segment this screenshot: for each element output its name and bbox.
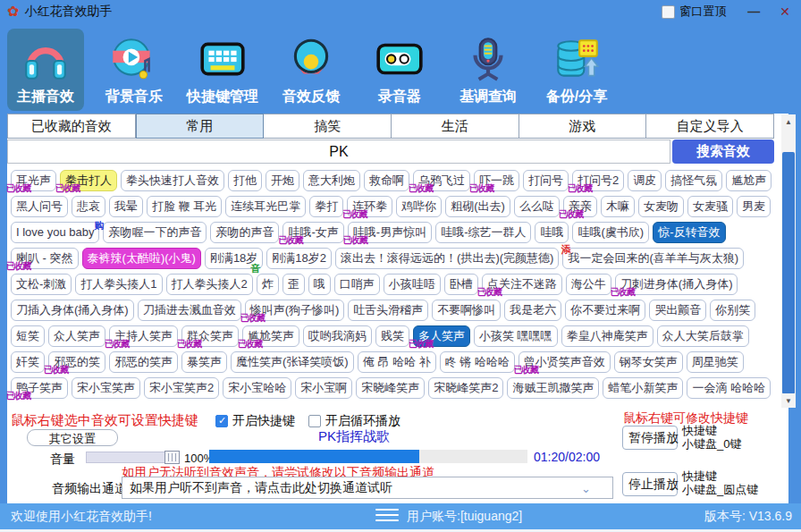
loop-play-toggle[interactable]: 开启循环播放 [308,413,400,429]
scroll-up-arrow-icon[interactable]: ▲ [781,114,796,129]
sound-button[interactable]: 男麦 [737,196,771,217]
tab-favorited[interactable]: 已收藏的音效 [7,114,136,139]
sound-button[interactable]: 我晕 [109,196,143,217]
tab-funny[interactable]: 搞笑 [264,114,392,139]
tab-common[interactable]: 常用 [136,114,265,139]
tab-custom-import[interactable]: 自定义导入 [646,114,774,139]
sound-button[interactable]: 群众笑声已收藏 [181,325,239,347]
sound-button[interactable]: 邪恶的笑声 [109,351,178,373]
sound-button[interactable]: 哇哦-男声惊叫已收藏 [348,222,432,243]
volume-slider-thumb[interactable] [164,451,180,464]
sound-button[interactable]: 泰裤辣(太酷啦)(小鬼) [82,248,201,269]
sound-button[interactable]: 暴笑声 [181,351,227,373]
sound-button[interactable]: 滚出去！滚得远远的！(拱出去)(完颜慧德) [335,248,559,269]
sound-button[interactable]: 拳打 [309,196,343,217]
volume-slider[interactable] [86,452,179,463]
sound-button[interactable]: 搞怪气氛 [665,170,722,191]
sound-button[interactable]: 不要啊惨叫 [432,300,501,321]
sound-button[interactable]: 刀插入身体(捅入身体) [11,300,134,321]
sound-button[interactable]: 拳皇八神庵笑声 [561,325,653,347]
sound-button[interactable]: 尴尬声 [726,170,771,191]
sound-button[interactable]: 哭出颤音 [649,300,706,321]
sound-button[interactable]: 卧槽 [444,274,478,295]
hotkey-checkbox[interactable] [215,415,228,427]
sound-button[interactable]: 亲吻的声音 [210,222,279,243]
sound-button[interactable]: 曾小贤笑声音效已收藏 [519,351,611,373]
sound-button[interactable]: 点关注不迷路已收藏 [482,274,562,295]
sound-button[interactable]: 咚 锵 哈哈哈 [440,351,515,373]
other-settings-button[interactable]: 其它设置 [27,429,118,446]
sound-button[interactable]: 么么哒 [514,196,560,217]
sound-button[interactable]: 我是老六 [504,300,561,321]
sound-button[interactable]: 女麦骚 [687,196,733,217]
sound-button[interactable]: 哇哦-综艺一群人 [435,222,531,243]
sound-button[interactable]: 耳光声已收藏 [11,170,56,191]
sound-button[interactable]: 蜡笔小新笑声 [603,377,683,399]
sound-button[interactable]: 打脸 鞭 耳光 [147,196,222,217]
close-button[interactable]: ✕ [780,4,790,19]
sound-button[interactable]: 你别笑 [710,300,755,321]
sound-button[interactable]: 奸笑 [11,351,45,373]
toolbar-item-live-sounds[interactable]: 主播音效 [7,29,84,111]
sound-button[interactable]: I love you baby购 [11,222,99,243]
sound-button[interactable]: 小孩笑 嘿嘿嘿 [474,325,558,347]
sound-button[interactable]: 拳头快速打人音效 [121,170,224,191]
toolbar-item-key-query[interactable]: 基调查询 [450,29,527,111]
sound-button[interactable]: 拳击打人已收藏 [60,170,117,191]
scrollbar-thumb[interactable] [782,152,795,394]
sound-button[interactable]: 歪 [282,274,305,295]
sound-button[interactable]: 一会滴 哈哈哈 [687,377,771,399]
sound-button[interactable]: 宋晓峰笑声2 [428,377,503,399]
sound-button[interactable]: 打人拳头揍人1 [75,274,162,295]
minimize-button[interactable]: — [747,4,760,19]
sound-button[interactable]: 口哨声 [334,274,380,295]
sound-button[interactable]: 吓一跳已收藏 [474,170,519,191]
toolbar-item-background-music[interactable]: 背景音乐 [96,29,173,111]
sound-button[interactable]: 魔性笑声(张译笑喷饭) [231,351,354,373]
sound-button[interactable]: 宋晓峰笑声 [356,377,425,399]
sound-button[interactable]: 女麦吻 [638,196,684,217]
always-on-top-toggle[interactable]: 窗口置顶 [662,4,726,20]
toolbar-item-recorder[interactable]: 录音器 [361,29,438,111]
sound-button[interactable]: 海公牛 [566,274,611,295]
sound-button[interactable]: 宋小宝啊 [295,377,352,399]
sound-button[interactable]: 打问号 [523,170,569,191]
scroll-down-arrow-icon[interactable]: ▼ [781,393,796,408]
sound-button[interactable]: 钢琴女笑声 [614,351,683,373]
sound-button[interactable]: 刚满18岁音 [205,248,263,269]
toolbar-item-hotkey-manager[interactable]: 快捷键管理 [184,29,261,111]
toolbar-item-backup-share[interactable]: 备份/分享 [538,29,615,111]
toolbar-item-sound-feedback[interactable]: 音效反馈 [273,29,350,111]
sound-button[interactable]: 粗砌(出去) [445,196,510,217]
tab-game[interactable]: 游戏 [519,114,647,139]
sound-button[interactable]: 调皮 [628,170,662,191]
sound-button[interactable]: 主持人笑声已收藏 [109,325,178,347]
sound-button[interactable]: 宋小宝笑声2 [144,377,219,399]
always-on-top-checkbox[interactable] [662,5,675,19]
list-scrollbar[interactable]: ▲ ▼ [781,114,796,408]
pause-button[interactable]: 暂停播放 [622,426,678,450]
loop-checkbox[interactable] [308,415,321,427]
sound-button[interactable]: 救命啊 [364,170,409,191]
sound-button[interactable]: 文松-刺激 [11,274,72,295]
sound-button[interactable]: 哇哦(虞书欣) [572,222,649,243]
enable-hotkeys-toggle[interactable]: 开启快捷键 [215,413,295,429]
sound-button[interactable]: 众人笑声 [48,325,105,347]
sound-button[interactable]: 木嘛 [601,196,635,217]
sound-button[interactable]: 众人大笑后鼓掌 [657,325,749,347]
sound-button[interactable]: 多人笑声已收藏 [413,325,470,347]
sound-button[interactable]: 鸭子笑声已收藏 [11,377,68,399]
sound-button[interactable]: 短笑 [11,325,45,347]
playback-progress-bar[interactable] [209,450,527,463]
sound-button[interactable]: 黑人问号 [11,196,68,217]
sound-button[interactable]: 刀刺进身体(捅入身体)已收藏 [615,274,738,295]
sound-button[interactable]: 周星驰笑 [687,351,744,373]
search-input[interactable]: PK [7,139,670,164]
sound-button[interactable]: 打问号2已收藏 [572,170,624,191]
sound-button[interactable]: 刀插进去溅血音效 [138,300,241,321]
sound-button[interactable]: 海贼王凯撒笑声 [507,377,599,399]
sound-button[interactable]: 连续耳光巴掌 [225,196,306,217]
sound-button[interactable]: 吐舌头滑稽声 [348,300,428,321]
tab-life[interactable]: 生活 [392,114,519,139]
sound-button[interactable]: 开炮 [266,170,299,191]
